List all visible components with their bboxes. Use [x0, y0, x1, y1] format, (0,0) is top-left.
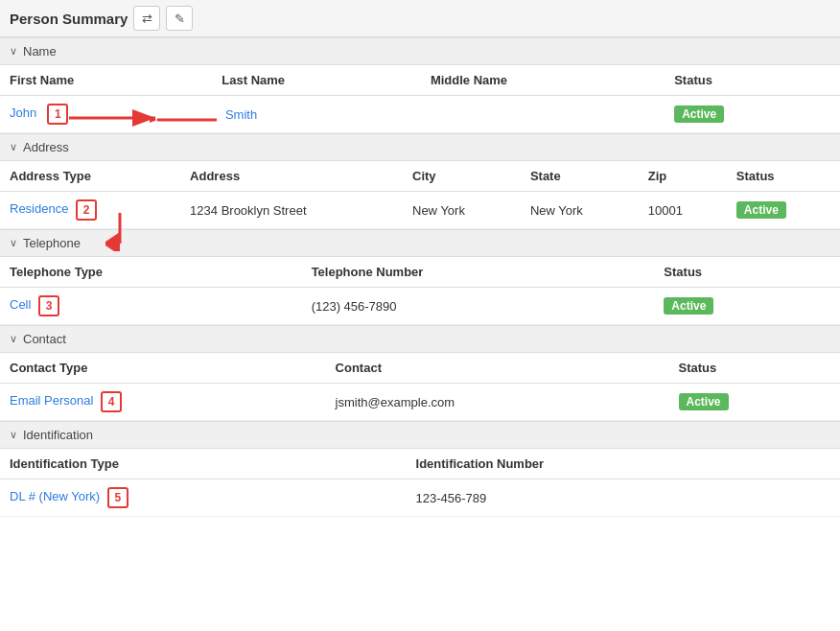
- addr-col-status: Status: [727, 161, 840, 192]
- id-type[interactable]: DL # (New York) 5: [0, 479, 407, 517]
- identification-row: DL # (New York) 5 123-456-789: [0, 479, 840, 517]
- name-chevron: ∨: [10, 45, 17, 58]
- addr-type[interactable]: Residence 2: [0, 192, 180, 229]
- addr-city: New York: [403, 192, 521, 229]
- name-section-label: Name: [23, 44, 57, 58]
- id-col-type: Identification Type: [0, 449, 407, 479]
- page-title: Person Summary: [10, 11, 128, 27]
- contact-col-status: Status: [669, 353, 841, 384]
- tel-number: (123) 456-7890: [302, 288, 655, 325]
- name-col-lastname: Last Name: [212, 65, 421, 96]
- tel-col-type: Telephone Type: [0, 257, 302, 288]
- contact-section-header: ∨ Contact: [0, 325, 840, 353]
- contact-status: Active: [669, 384, 841, 421]
- addr-status: Active: [727, 192, 840, 229]
- address-table: Address Type Address City State Zip Stat…: [0, 161, 840, 229]
- addr-col-city: City: [403, 161, 521, 192]
- addr-zip: 10001: [639, 192, 727, 229]
- addr-col-state: State: [521, 161, 639, 192]
- contact-type[interactable]: Email Personal 4: [0, 384, 326, 421]
- contact-table: Contact Type Contact Status Email Person…: [0, 353, 840, 421]
- name-col-status: Status: [665, 65, 840, 96]
- identification-section-header: ∨ Identification: [0, 421, 840, 449]
- refresh-button[interactable]: ⇄: [133, 6, 160, 31]
- edit-button[interactable]: ✎: [166, 6, 193, 31]
- identification-section: ∨ Identification Identification Type Ide…: [0, 421, 840, 517]
- address-section: ∨ Address Address Type Address City Stat…: [0, 133, 840, 229]
- name-table: First Name Last Name Middle Name Status …: [0, 65, 840, 133]
- name-col-middlename: Middle Name: [421, 65, 665, 96]
- contact-col-contact: Contact: [326, 353, 669, 384]
- annotation-2: 2: [76, 199, 97, 221]
- telephone-row: Cell 3 (123) 456-7890 Active: [0, 288, 840, 325]
- tel-status: Active: [654, 288, 840, 325]
- tel-col-status: Status: [654, 257, 840, 288]
- name-section-header: ∨ Name: [0, 37, 840, 65]
- arrow-1-svg: [69, 104, 175, 132]
- annotation-1: 1: [47, 104, 68, 125]
- id-number: 123-456-789: [407, 479, 840, 517]
- contact-section: ∨ Contact Contact Type Contact Status Em…: [0, 325, 840, 421]
- annotation-4: 4: [101, 391, 122, 412]
- name-middlename: [421, 96, 665, 133]
- id-col-number: Identification Number: [407, 449, 840, 479]
- address-chevron: ∨: [10, 141, 17, 153]
- telephone-section: ∨ Telephone Telephone Type Telephone Num…: [0, 229, 840, 325]
- tel-col-number: Telephone Number: [302, 257, 655, 288]
- contact-chevron: ∨: [10, 333, 17, 345]
- addr-col-zip: Zip: [639, 161, 727, 192]
- contact-section-label: Contact: [23, 332, 66, 346]
- addr-col-type: Address Type: [0, 161, 180, 192]
- telephone-table: Telephone Type Telephone Number Status C…: [0, 257, 840, 325]
- name-section: ∨ Name First Name Last Name Middle Name …: [0, 37, 840, 133]
- tel-type[interactable]: Cell 3: [0, 288, 302, 325]
- name-status: Active: [665, 96, 840, 133]
- name-lastname[interactable]: Smith: [212, 96, 421, 133]
- contact-email: jsmith@example.com: [326, 384, 669, 421]
- identification-section-label: Identification: [23, 428, 93, 442]
- address-row: Residence 2 1234: [0, 192, 840, 229]
- name-firstname[interactable]: John 1: [0, 96, 212, 133]
- annotation-3: 3: [38, 295, 59, 316]
- addr-state: New York: [521, 192, 639, 229]
- page-header: Person Summary ⇄ ✎: [0, 0, 840, 37]
- addr-col-address: Address: [180, 161, 403, 192]
- contact-col-type: Contact Type: [0, 353, 326, 384]
- name-row: John 1: [0, 96, 840, 133]
- address-section-header: ∨ Address: [0, 133, 840, 161]
- identification-table: Identification Type Identification Numbe…: [0, 449, 840, 517]
- name-col-firstname: First Name: [0, 65, 212, 96]
- telephone-section-header: ∨ Telephone: [0, 229, 840, 257]
- identification-chevron: ∨: [10, 429, 17, 441]
- telephone-chevron: ∨: [10, 237, 17, 249]
- telephone-section-label: Telephone: [23, 236, 81, 250]
- contact-row: Email Personal 4 jsmith@example.com Acti…: [0, 384, 840, 421]
- address-section-label: Address: [23, 140, 69, 154]
- addr-address: 1234 Brooklyn Street: [180, 192, 403, 229]
- annotation-5: 5: [107, 487, 128, 508]
